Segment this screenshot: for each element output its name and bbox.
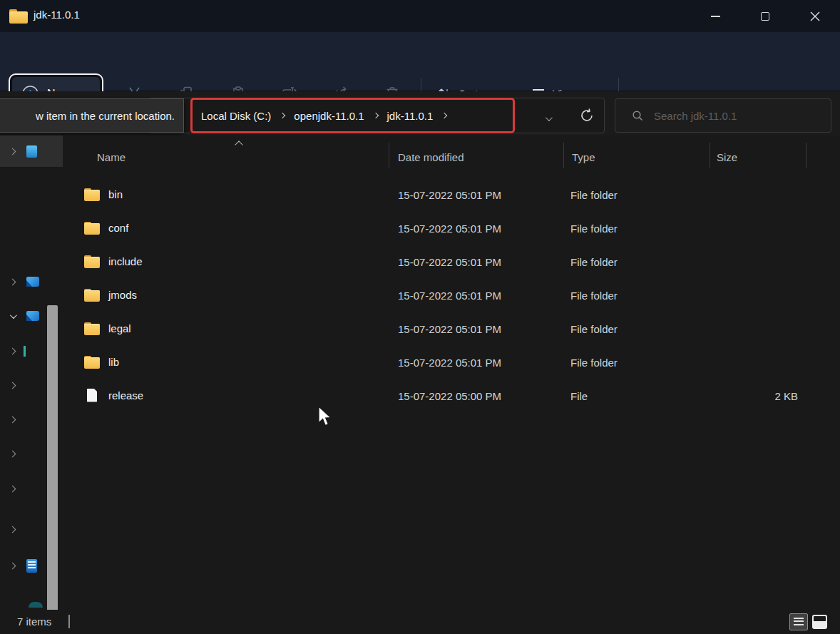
file-name: conf (108, 222, 128, 234)
chevron-right-icon[interactable] (372, 113, 378, 118)
status-bar: 7 items (0, 610, 840, 634)
minimize-button[interactable] (699, 4, 732, 29)
sidebar-item-icon (26, 145, 37, 158)
file-icon (84, 188, 100, 201)
file-name-cell: legal (84, 322, 131, 335)
folder-icon (9, 9, 28, 24)
file-name-cell: lib (84, 356, 119, 369)
expand-chevron-icon[interactable] (9, 450, 16, 457)
file-name: legal (108, 322, 131, 334)
file-row[interactable]: bin 15-07-2022 05:01 PM File folder (63, 178, 840, 211)
titlebar: jdk-11.0.1 (0, 0, 840, 32)
details-view-button[interactable] (789, 613, 808, 630)
column-header-name[interactable]: Name (97, 151, 126, 163)
file-icon (84, 322, 100, 335)
sidebar-scrollbar[interactable] (47, 305, 58, 610)
file-name: lib (108, 356, 119, 368)
file-type-cell: File folder (570, 222, 618, 234)
file-row[interactable]: release 15-07-2022 05:00 PM File 2 KB (63, 379, 840, 412)
file-type-cell: File folder (570, 322, 618, 334)
expand-chevron-icon[interactable] (9, 278, 16, 285)
file-name-cell: include (84, 255, 143, 268)
file-row[interactable]: lib 15-07-2022 05:01 PM File folder (63, 345, 840, 379)
breadcrumb-item[interactable]: openjdk-11.0.1 (294, 110, 364, 122)
file-icon (84, 255, 100, 268)
column-header-type[interactable]: Type (572, 151, 595, 163)
status-divider (68, 615, 70, 628)
minimize-icon (711, 16, 720, 17)
expand-chevron-icon[interactable] (9, 526, 16, 533)
column-divider[interactable] (806, 143, 806, 168)
column-header-date[interactable]: Date modified (398, 151, 464, 163)
file-icon (84, 289, 100, 302)
sidebar-item[interactable] (0, 136, 63, 167)
file-row[interactable]: jmods 15-07-2022 05:01 PM File folder (63, 278, 840, 312)
file-icon (84, 356, 100, 369)
chevron-right-icon[interactable] (441, 113, 447, 118)
address-bar[interactable]: Local Disk (C:) openjdk-11.0.1 jdk-11.0.… (148, 98, 605, 133)
column-headers: Name Date modified Type Size (63, 136, 840, 175)
sidebar-item[interactable] (0, 271, 63, 292)
file-type-cell: File folder (570, 289, 618, 301)
file-date-cell: 15-07-2022 05:01 PM (398, 356, 501, 368)
address-dropdown-button[interactable] (546, 111, 550, 124)
expand-chevron-icon[interactable] (9, 382, 16, 389)
file-name: jmods (108, 289, 137, 301)
file-date-cell: 15-07-2022 05:00 PM (398, 389, 501, 402)
file-name-cell: release (84, 389, 143, 402)
file-type-cell: File (570, 389, 588, 402)
sort-ascending-icon (235, 140, 242, 148)
file-date-cell: 15-07-2022 05:01 PM (398, 322, 501, 334)
column-header-size[interactable]: Size (717, 151, 737, 163)
new-button-tooltip: w item in the current location. (0, 98, 184, 133)
file-type-cell: File folder (570, 356, 618, 368)
file-date-cell: 15-07-2022 05:01 PM (398, 255, 501, 267)
column-divider[interactable] (710, 143, 710, 168)
file-type-cell: File folder (570, 188, 618, 200)
file-row[interactable]: include 15-07-2022 05:01 PM File folder (63, 245, 840, 278)
expand-chevron-icon[interactable] (9, 562, 16, 569)
file-name: include (108, 255, 143, 267)
search-box[interactable]: Search jdk-11.0.1 (615, 98, 831, 133)
file-icon (84, 222, 100, 235)
expand-chevron-icon[interactable] (9, 416, 16, 423)
search-placeholder: Search jdk-11.0.1 (654, 110, 737, 122)
file-date-cell: 15-07-2022 05:01 PM (398, 222, 501, 234)
file-explorer-window: jdk-11.0.1 New (0, 0, 840, 634)
address-row: Local Disk (C:) openjdk-11.0.1 jdk-11.0.… (0, 91, 840, 136)
sidebar-item-icon (29, 602, 43, 608)
breadcrumb: Local Disk (C:) openjdk-11.0.1 jdk-11.0.… (149, 110, 456, 122)
maximize-icon (761, 12, 769, 21)
refresh-button[interactable] (578, 107, 595, 127)
refresh-icon (578, 107, 595, 124)
column-divider[interactable] (389, 143, 389, 168)
expand-chevron-icon[interactable] (9, 347, 16, 354)
command-bar: New (0, 32, 840, 91)
file-name-cell: bin (84, 188, 123, 201)
search-icon (631, 109, 644, 122)
file-type-cell: File folder (570, 255, 618, 267)
expand-chevron-icon[interactable] (9, 485, 16, 492)
breadcrumb-item[interactable]: Local Disk (C:) (201, 110, 271, 122)
sidebar-item-icon (26, 311, 39, 321)
file-row[interactable]: legal 15-07-2022 05:01 PM File folder (63, 312, 840, 345)
expand-chevron-icon[interactable] (9, 148, 16, 155)
expand-chevron-icon[interactable] (10, 312, 17, 319)
chevron-down-icon (546, 114, 553, 121)
chevron-right-icon[interactable] (280, 113, 285, 118)
item-count: 7 items (17, 615, 51, 628)
column-divider[interactable] (563, 143, 564, 168)
file-size-cell: 2 KB (733, 389, 798, 402)
breadcrumb-item[interactable]: jdk-11.0.1 (387, 110, 434, 122)
sidebar-item-icon (26, 277, 39, 287)
window-title: jdk-11.0.1 (34, 9, 80, 21)
file-icon (84, 389, 100, 402)
sidebar-item-icon (24, 346, 26, 357)
navigation-pane (0, 136, 63, 610)
large-icons-view-button[interactable] (811, 614, 828, 630)
file-row[interactable]: conf 15-07-2022 05:01 PM File folder (63, 211, 840, 245)
maximize-button[interactable] (749, 4, 782, 29)
file-name: release (108, 389, 143, 402)
close-button[interactable] (799, 4, 831, 29)
file-rows: bin 15-07-2022 05:01 PM File folder conf… (63, 178, 840, 412)
